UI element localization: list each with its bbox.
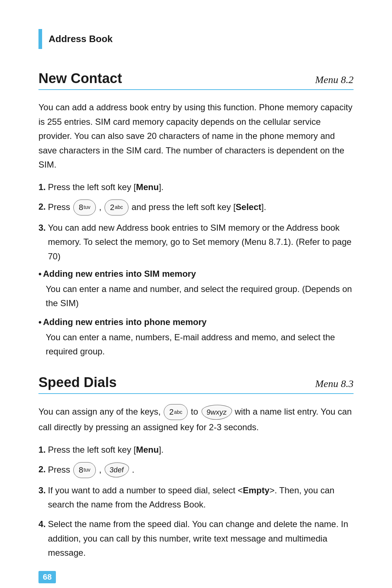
speed-step-4: 4. Select the name from the speed dial. … <box>38 517 354 560</box>
new-contact-intro: You can add a address book entry by usin… <box>38 100 354 172</box>
key-2abc-1: 2abc <box>105 200 128 215</box>
speed-dials-header: Speed Dials Menu 8.3 <box>38 375 354 394</box>
speed-dials-menu: Menu 8.3 <box>315 378 354 390</box>
bullet-sim-header: Adding new entries into SIM memory <box>38 269 354 279</box>
step-1-content: Press the left soft key [Menu]. <box>48 180 354 194</box>
new-contact-step-3: 3. You can add new Address book entries … <box>38 221 354 264</box>
speed-step-4-num: 4. <box>38 517 46 531</box>
new-contact-menu: Menu 8.2 <box>315 74 354 86</box>
speed-dials-title: Speed Dials <box>38 375 117 390</box>
key-8tuv-1: 8tuv <box>73 200 96 215</box>
key-9wxyz-intro: 9wxyz <box>201 405 232 420</box>
speed-step-3-num: 3. <box>38 483 46 498</box>
speed-step-3-content: If you want to add a number to speed dia… <box>48 483 354 512</box>
to-word: to <box>191 407 201 416</box>
bullet-sim-header-text: Adding new entries into SIM memory <box>43 269 196 279</box>
step-3-num: 3. <box>38 221 46 235</box>
step-1-num: 1. <box>38 180 46 194</box>
address-book-heading: Address Book <box>49 33 113 45</box>
new-contact-step-2: 2. Press 8tuv , 2abc and press the left … <box>38 200 354 215</box>
speed-step-4-content: Select the name from the speed dial. You… <box>48 517 354 560</box>
new-contact-title: New Contact <box>38 71 122 86</box>
bullet-phone-memory: Adding new entries into phone memory You… <box>38 317 354 359</box>
bullet-sim-body: You can enter a name and number, and sel… <box>38 282 354 311</box>
speed-step-1: 1. Press the left soft key [Menu]. <box>38 443 354 457</box>
bullet-sim-memory: Adding new entries into SIM memory You c… <box>38 269 354 311</box>
speed-step-2: 2. Press 8tuv , 3def . <box>38 462 354 478</box>
bullet-phone-body: You can enter a name, numbers, E-mail ad… <box>38 330 354 359</box>
speed-dials-intro: You can assign any of the keys, 2abc to … <box>38 404 354 435</box>
step-2-num: 2. <box>38 200 46 214</box>
speed-step-3: 3. If you want to add a number to speed … <box>38 483 354 512</box>
speed-dials-section: Speed Dials Menu 8.3 You can assign any … <box>38 375 354 560</box>
key-2abc-intro: 2abc <box>164 404 188 420</box>
key-3def: 3def <box>104 462 130 477</box>
step-2-content: Press 8tuv , 2abc and press the left sof… <box>48 200 354 215</box>
speed-step-1-content: Press the left soft key [Menu]. <box>48 443 354 457</box>
new-contact-section: New Contact Menu 8.2 You can add a addre… <box>38 71 354 359</box>
speed-step-2-num: 2. <box>38 462 46 477</box>
key-8tuv-2: 8tuv <box>73 462 96 478</box>
new-contact-header: New Contact Menu 8.2 <box>38 71 354 90</box>
speed-step-2-content: Press 8tuv , 3def . <box>48 462 354 478</box>
new-contact-step-1: 1. Press the left soft key [Menu]. <box>38 180 354 194</box>
bullet-phone-header-text: Adding new entries into phone memory <box>43 317 207 327</box>
bullet-phone-header: Adding new entries into phone memory <box>38 317 354 327</box>
blue-bar-icon <box>38 29 42 49</box>
speed-step-1-num: 1. <box>38 443 46 457</box>
header-section: Address Book <box>38 29 354 49</box>
step-3-content: You can add new Address book entries to … <box>48 221 354 264</box>
page-number: 68 <box>38 571 56 583</box>
page-container: Address Book New Contact Menu 8.2 You ca… <box>0 0 392 588</box>
